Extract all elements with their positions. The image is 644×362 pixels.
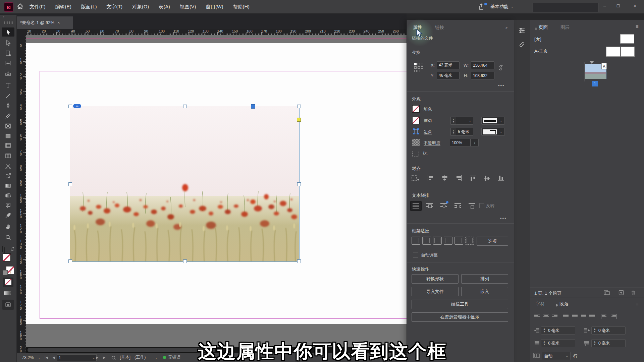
maximize-button[interactable]: □ bbox=[612, 0, 624, 11]
stepper-icon[interactable]: ▲▼ bbox=[593, 328, 596, 333]
convert-shape-button[interactable]: 转换形状 bbox=[412, 274, 459, 284]
fill-swatch-icon[interactable] bbox=[412, 105, 420, 113]
preflight-chevron-icon[interactable]: ⌄ bbox=[155, 353, 158, 362]
page-1-thumbnail[interactable]: A bbox=[585, 64, 606, 79]
master-none-label[interactable]: [无] bbox=[534, 36, 541, 42]
prev-page-button[interactable]: ◀ bbox=[52, 353, 55, 362]
scrollbar-thumb[interactable] bbox=[28, 348, 215, 352]
jump-object-icon[interactable] bbox=[452, 201, 463, 210]
menu-view[interactable]: 视图(V) bbox=[180, 4, 196, 10]
handle-bottom-right[interactable] bbox=[297, 259, 301, 263]
fill-frame-proportionally-icon[interactable] bbox=[412, 237, 420, 245]
arrange-button[interactable]: 排列 bbox=[461, 274, 508, 284]
handle-bottom-center[interactable] bbox=[183, 259, 187, 263]
stroke-weight-chevron-icon[interactable]: ⌄ bbox=[469, 119, 471, 122]
zoom-level[interactable]: 73.2% bbox=[22, 353, 34, 362]
page-number-field[interactable]: 1 ⌄ bbox=[57, 354, 97, 361]
gradient-swatch-tool[interactable] bbox=[2, 181, 14, 190]
menu-layout[interactable]: 版面(L) bbox=[81, 4, 97, 10]
indent-first-line-field[interactable]: ▲▼ 0 毫米 bbox=[541, 339, 575, 347]
content-aware-fit-icon[interactable] bbox=[465, 237, 474, 245]
justify-last-right-icon[interactable] bbox=[581, 314, 586, 319]
eyedropper-tool[interactable] bbox=[2, 211, 14, 220]
justify-all-icon[interactable] bbox=[589, 314, 595, 319]
corner-stepper[interactable]: ▲▼ bbox=[450, 128, 456, 136]
pencil-tool[interactable] bbox=[2, 111, 14, 120]
align-left-icon[interactable] bbox=[426, 174, 436, 182]
handle-accent-blue[interactable] bbox=[251, 104, 255, 109]
horizontal-grid-tool[interactable] bbox=[2, 141, 14, 150]
handle-top-right[interactable] bbox=[297, 105, 301, 108]
frame-tool[interactable] bbox=[2, 121, 14, 130]
menu-table[interactable]: 表(A) bbox=[159, 4, 170, 10]
align-bottom-icon[interactable] bbox=[496, 174, 506, 182]
menu-type[interactable]: 文字(T) bbox=[107, 4, 123, 10]
embed-button[interactable]: 嵌入 bbox=[461, 287, 508, 296]
effects-frame-icon[interactable] bbox=[412, 151, 419, 157]
align-center-paragraph-icon[interactable] bbox=[543, 314, 549, 319]
tab-layers[interactable]: 图层 bbox=[560, 24, 570, 31]
gap-tool[interactable] bbox=[2, 59, 14, 68]
stroke-weight-stepper[interactable]: ▲▼ bbox=[450, 117, 456, 125]
master-a-left-thumbnail[interactable] bbox=[606, 47, 620, 57]
tab-character[interactable]: 字符 bbox=[536, 301, 545, 307]
handle-middle-left[interactable] bbox=[68, 182, 72, 186]
opacity-label[interactable]: 不透明度 bbox=[424, 140, 440, 146]
fill-swatch[interactable] bbox=[3, 253, 11, 261]
corner-options-icon[interactable] bbox=[412, 128, 420, 136]
edit-tool-button[interactable]: 编辑工具 bbox=[412, 300, 508, 309]
opacity-expand-button[interactable]: › bbox=[471, 139, 479, 147]
indent-right-field[interactable]: ▲▼ 0 毫米 bbox=[591, 326, 626, 335]
fit-content-to-frame-icon[interactable] bbox=[444, 237, 452, 245]
stepper-icon[interactable]: ▲▼ bbox=[543, 328, 546, 333]
fx-label[interactable]: fx. bbox=[423, 150, 428, 156]
invert-checkbox[interactable] bbox=[479, 203, 484, 208]
document-tab[interactable]: *未命名-1 @ 92% × bbox=[17, 16, 73, 29]
page-1-number-badge[interactable]: 1 bbox=[592, 81, 598, 86]
hand-tool[interactable] bbox=[2, 222, 14, 231]
vertical-grid-tool[interactable] bbox=[2, 151, 14, 160]
screen-mode-button[interactable] bbox=[2, 300, 14, 310]
wrap-bounding-box-icon[interactable] bbox=[424, 201, 435, 210]
corner-radius-handle[interactable] bbox=[297, 118, 301, 122]
content-collector-tool[interactable] bbox=[2, 69, 14, 78]
auto-fit-checkbox[interactable] bbox=[413, 252, 418, 257]
line-tool[interactable] bbox=[2, 91, 14, 100]
page-viewport[interactable]: ∞ bbox=[26, 35, 407, 347]
corner-field[interactable]: 5 毫米 bbox=[456, 128, 473, 136]
next-page-button[interactable]: ▶ bbox=[96, 353, 99, 362]
reference-point-grid[interactable] bbox=[414, 63, 424, 73]
tab-close-icon[interactable]: × bbox=[57, 20, 60, 25]
page-tool[interactable] bbox=[2, 49, 14, 58]
handle-bottom-left[interactable] bbox=[68, 259, 72, 263]
justify-last-center-icon[interactable] bbox=[572, 314, 578, 319]
linked-content-badge[interactable]: ∞ bbox=[73, 104, 81, 108]
selection-tool[interactable] bbox=[2, 27, 14, 37]
wrap-object-shape-icon[interactable] bbox=[438, 201, 449, 210]
jump-to-next-column-icon[interactable] bbox=[467, 201, 477, 210]
center-content-icon[interactable] bbox=[454, 237, 463, 245]
scissors-tool[interactable] bbox=[2, 162, 14, 171]
sliders-icon[interactable] bbox=[518, 27, 526, 36]
formatting-affects-text-icon[interactable]: T bbox=[9, 269, 12, 275]
last-page-button[interactable]: ▶| bbox=[103, 353, 106, 362]
stroke-label[interactable]: 描边 bbox=[424, 118, 432, 124]
stepper-icon[interactable]: ▲▼ bbox=[543, 341, 546, 346]
master-a-right-thumbnail[interactable] bbox=[621, 47, 635, 57]
handle-top-center[interactable] bbox=[183, 105, 187, 108]
preflight-preset[interactable]: [基本] bbox=[120, 353, 130, 362]
search-input[interactable] bbox=[533, 3, 598, 12]
edit-page-size-icon[interactable] bbox=[603, 290, 610, 297]
menu-file[interactable]: 文件(F) bbox=[30, 4, 46, 10]
corner-label[interactable]: 边角 bbox=[424, 129, 432, 135]
stepper-icon[interactable]: ▲▼ bbox=[593, 341, 596, 346]
menu-help[interactable]: 帮助(H) bbox=[233, 4, 250, 10]
indent-left-field[interactable]: ▲▼ 0 毫米 bbox=[541, 326, 575, 335]
grid-mode-dropdown[interactable]: 自动 ⌄ bbox=[542, 352, 571, 360]
fit-frame-to-content-icon[interactable] bbox=[433, 237, 442, 245]
key-object-icon[interactable] bbox=[410, 174, 420, 182]
pen-tool[interactable] bbox=[2, 101, 14, 110]
workspace-switcher[interactable]: 基本功能 ⌄ bbox=[490, 0, 514, 13]
formatting-affects-container-icon[interactable] bbox=[3, 270, 8, 275]
align-right-icon[interactable] bbox=[454, 174, 464, 182]
